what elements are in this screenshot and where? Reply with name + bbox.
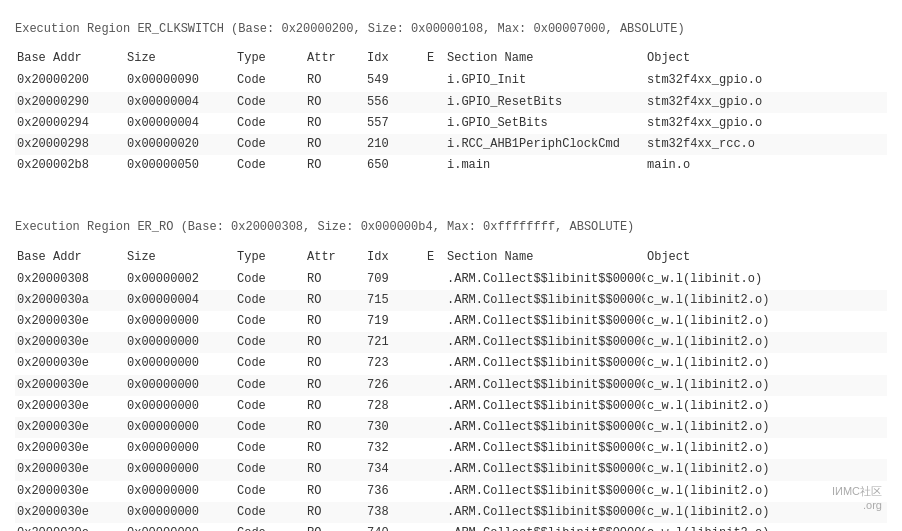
cell-attr: RO [305, 291, 365, 310]
cell-base: 0x2000030e [15, 376, 125, 395]
col-type-2: Type [235, 248, 305, 267]
cell-idx: 557 [365, 114, 425, 133]
cell-base: 0x200002b8 [15, 156, 125, 175]
cell-type: Code [235, 397, 305, 416]
cell-type: Code [235, 460, 305, 479]
cell-e [425, 312, 445, 331]
region-er-clkswitch-header: Execution Region ER_CLKSWITCH (Base: 0x2… [15, 20, 887, 39]
cell-size: 0x00000000 [125, 482, 235, 501]
cell-attr: RO [305, 503, 365, 522]
cell-idx: 728 [365, 397, 425, 416]
cell-attr: RO [305, 312, 365, 331]
cell-e [425, 135, 445, 154]
cell-type: Code [235, 503, 305, 522]
cell-size: 0x00000000 [125, 460, 235, 479]
column-headers-2: Base Addr Size Type Attr Idx E Section N… [15, 246, 887, 269]
cell-section: .ARM.Collect$$libinit$$00000017 [445, 460, 645, 479]
cell-size: 0x00000000 [125, 354, 235, 373]
cell-size: 0x00000090 [125, 71, 235, 90]
cell-object: c_w.l(libinit2.o) [645, 397, 805, 416]
cell-e [425, 71, 445, 90]
cell-attr: RO [305, 71, 365, 90]
cell-size: 0x00000004 [125, 291, 235, 310]
cell-idx: 719 [365, 312, 425, 331]
cell-attr: RO [305, 270, 365, 289]
col-size-2: Size [125, 248, 235, 267]
cell-size: 0x00000002 [125, 270, 235, 289]
cell-base: 0x2000030e [15, 503, 125, 522]
cell-base: 0x2000030e [15, 439, 125, 458]
cell-e [425, 270, 445, 289]
cell-size: 0x00000020 [125, 135, 235, 154]
cell-base: 0x20000290 [15, 93, 125, 112]
cell-base: 0x2000030e [15, 482, 125, 501]
cell-section: .ARM.Collect$$libinit$$0000000A [445, 333, 645, 352]
cell-attr: RO [305, 460, 365, 479]
cell-idx: 709 [365, 270, 425, 289]
cell-section: i.RCC_AHB1PeriphClockCmd [445, 135, 645, 154]
cell-type: Code [235, 482, 305, 501]
cell-size: 0x00000000 [125, 333, 235, 352]
cell-section: .ARM.Collect$$libinit$$00000013 [445, 418, 645, 437]
col-object-2: Object [645, 248, 805, 267]
cell-idx: 650 [365, 156, 425, 175]
cell-object: c_w.l(libinit.o) [645, 270, 805, 289]
cell-e [425, 291, 445, 310]
cell-e [425, 482, 445, 501]
cell-base: 0x20000200 [15, 71, 125, 90]
cell-base: 0x2000030e [15, 524, 125, 531]
cell-section: i.main [445, 156, 645, 175]
cell-type: Code [235, 270, 305, 289]
cell-base: 0x20000308 [15, 270, 125, 289]
cell-e [425, 354, 445, 373]
cell-section: .ARM.Collect$$libinit$$0000000C [445, 354, 645, 373]
cell-idx: 738 [365, 503, 425, 522]
cell-section: i.GPIO_ResetBits [445, 93, 645, 112]
cell-section: i.GPIO_SetBits [445, 114, 645, 133]
table-row: 0x20000308 0x00000002 Code RO 709 .ARM.C… [15, 269, 887, 290]
cell-size: 0x00000004 [125, 114, 235, 133]
table-row: 0x200002b8 0x00000050 Code RO 650 i.main… [15, 155, 887, 176]
cell-idx: 715 [365, 291, 425, 310]
table-row: 0x2000030e 0x00000000 Code RO 721 .ARM.C… [15, 332, 887, 353]
table-row: 0x2000030e 0x00000000 Code RO 719 .ARM.C… [15, 311, 887, 332]
table-row: 0x2000030e 0x00000000 Code RO 728 .ARM.C… [15, 396, 887, 417]
table-row: 0x20000290 0x00000004 Code RO 556 i.GPIO… [15, 92, 887, 113]
region2-table-body: 0x20000308 0x00000002 Code RO 709 .ARM.C… [15, 269, 887, 531]
cell-base: 0x2000030e [15, 354, 125, 373]
cell-idx: 721 [365, 333, 425, 352]
col-idx-1: Idx [365, 49, 425, 68]
cell-object: c_w.l(libinit2.o) [645, 482, 805, 501]
col-attr-2: Attr [305, 248, 365, 267]
cell-size: 0x00000000 [125, 524, 235, 531]
cell-section: .ARM.Collect$$libinit$$0000001B [445, 503, 645, 522]
cell-e [425, 503, 445, 522]
cell-e [425, 524, 445, 531]
cell-size: 0x00000000 [125, 312, 235, 331]
cell-type: Code [235, 354, 305, 373]
cell-attr: RO [305, 93, 365, 112]
cell-type: Code [235, 418, 305, 437]
cell-idx: 734 [365, 460, 425, 479]
cell-size: 0x00000000 [125, 439, 235, 458]
cell-size: 0x00000000 [125, 503, 235, 522]
cell-object: main.o [645, 156, 805, 175]
cell-e [425, 460, 445, 479]
cell-object: c_w.l(libinit2.o) [645, 418, 805, 437]
cell-base: 0x2000030e [15, 312, 125, 331]
cell-object: c_w.l(libinit2.o) [645, 354, 805, 373]
col-section-1: Section Name [445, 49, 645, 68]
cell-base: 0x2000030e [15, 333, 125, 352]
cell-e [425, 156, 445, 175]
cell-attr: RO [305, 333, 365, 352]
cell-type: Code [235, 71, 305, 90]
cell-object: c_w.l(libinit2.o) [645, 439, 805, 458]
cell-idx: 549 [365, 71, 425, 90]
region-er-ro-header: Execution Region ER_RO (Base: 0x20000308… [15, 218, 887, 237]
cell-size: 0x00000000 [125, 418, 235, 437]
cell-section: .ARM.Collect$$libinit$$00000011 [445, 397, 645, 416]
cell-idx: 726 [365, 376, 425, 395]
cell-base: 0x20000294 [15, 114, 125, 133]
cell-type: Code [235, 439, 305, 458]
cell-attr: RO [305, 354, 365, 373]
